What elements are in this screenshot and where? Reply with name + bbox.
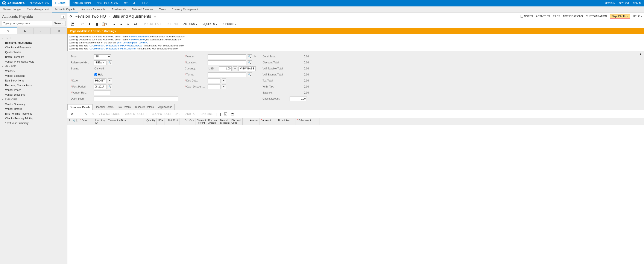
location-input[interactable] — [208, 60, 246, 65]
prev-button[interactable]: ◂ — [118, 21, 124, 27]
warning-link[interactable]: ViewVoucherBatch — [129, 35, 149, 38]
rate-input[interactable] — [219, 66, 232, 71]
clipboard-button[interactable]: 📋▾ — [101, 21, 107, 27]
subnav-item[interactable]: Deferred Revenue — [129, 7, 156, 13]
collapse-form-button[interactable]: ▲ — [639, 52, 642, 55]
activities-button[interactable]: ACTIVITIES — [536, 15, 550, 18]
duedate-picker[interactable]: ▾ — [222, 78, 226, 83]
customization-button[interactable]: CUSTOMIZATION — [586, 15, 607, 18]
tree-group[interactable]: ▾MANAGE — [0, 64, 67, 69]
cashdiscdate-input[interactable] — [208, 84, 220, 89]
tree-group[interactable]: ▾ENTER — [0, 36, 67, 40]
grid-edit-button[interactable]: ✎ — [83, 111, 89, 116]
duedate-input[interactable] — [208, 78, 220, 83]
warning-link[interactable]: ViewWorkBook — [129, 38, 145, 41]
grid-col-header[interactable]: *Branch — [79, 118, 94, 125]
doc-tab[interactable]: Applications — [156, 104, 174, 110]
tree-item[interactable]: Vendor Discounts — [0, 92, 67, 97]
save-button[interactable] — [70, 21, 76, 27]
tree-item[interactable]: Bills Pending Payments — [0, 111, 67, 116]
doc-tab[interactable]: Discount Details — [133, 104, 156, 110]
topnav-configuration[interactable]: CONFIGURATION — [94, 0, 121, 7]
add-button[interactable]: + — [86, 21, 92, 27]
refresh-icon[interactable]: ⟳ — [70, 15, 72, 19]
warning-link[interactable]: PX.Objects.AP.APInvoiceEntry+POReceiptLi… — [89, 44, 142, 47]
grid-fit-button[interactable]: |↔| — [216, 111, 222, 116]
grid-col-header[interactable]: Transaction Descr. — [107, 118, 144, 125]
grid-upload-button[interactable] — [230, 111, 236, 116]
reports-menu[interactable]: REPORTS▾ — [220, 21, 238, 27]
delete-button[interactable] — [94, 21, 100, 27]
tree-item[interactable]: Vendor Details — [0, 107, 67, 111]
cashdiscdate-picker[interactable]: ▾ — [222, 84, 226, 89]
actions-menu[interactable]: ACTIONS▾ — [182, 21, 198, 27]
tree-item[interactable]: 1099 Year Summary — [0, 121, 67, 125]
subnav-item[interactable]: Fixed Assets — [108, 7, 129, 13]
tree-item[interactable]: Bills and Adjustments — [0, 40, 67, 45]
topnav-system[interactable]: SYSTEM — [121, 0, 138, 7]
inquiries-menu[interactable]: INQUIRIES▾ — [200, 21, 219, 27]
grid-refresh-button[interactable]: ⟳ — [69, 111, 75, 116]
tree-group[interactable]: ▾EXPLORE — [0, 97, 67, 102]
type-select[interactable]: Bill — [94, 54, 111, 59]
breadcrumb-company[interactable]: Revision Two HQ — [74, 14, 106, 19]
grid-col-header[interactable]: *Subaccount — [296, 118, 320, 125]
topnav-distribution[interactable]: DISTRIBUTION — [70, 0, 94, 7]
refnbr-input[interactable] — [94, 60, 106, 65]
grid-col-header[interactable]: Inventory ID — [94, 118, 107, 125]
terms-input[interactable] — [208, 72, 246, 77]
postperiod-lookup[interactable]: 🔍 — [108, 84, 112, 89]
grid-col-header[interactable]: Unit Cost — [164, 118, 180, 125]
topnav-finance[interactable]: FINANCE — [52, 0, 70, 7]
notes-button[interactable]: NOTES — [520, 15, 533, 18]
tree-item[interactable]: Vendor Prices — [0, 88, 67, 92]
warning-link[interactable]: PX.Objects.AP.APInvoiceEntry+LinkLineFil… — [89, 47, 136, 50]
subnav-item[interactable]: General Ledger — [0, 7, 24, 13]
subnav-item[interactable]: Accounts Receivable — [78, 7, 108, 13]
grid-col-header[interactable]: Quantity — [144, 118, 157, 125]
left-tab-settings[interactable]: ⚙ — [51, 28, 68, 34]
terms-lookup[interactable]: 🔍 — [248, 72, 252, 77]
header-user[interactable]: ADMIN — [632, 2, 641, 5]
favorite-star-icon[interactable]: ★ — [153, 14, 157, 19]
next-button[interactable]: ▸ — [125, 21, 132, 27]
postperiod-input[interactable] — [94, 84, 106, 89]
grid-col-header[interactable]: Ext. Cost — [180, 118, 196, 125]
doc-tab[interactable]: Financial Details — [92, 104, 116, 110]
left-tab-edit[interactable]: ✎ — [0, 28, 17, 34]
grid-col-header[interactable]: Amount — [242, 118, 260, 125]
grid-body[interactable] — [68, 125, 644, 264]
files-button[interactable]: FILES — [553, 15, 560, 18]
hold-checkbox[interactable]: Hold — [94, 73, 104, 76]
grid-col-header[interactable]: Manual Discount — [219, 118, 230, 125]
tree-item[interactable]: Checks and Payments — [0, 45, 67, 50]
grid-export-button[interactable]: x — [222, 111, 228, 116]
topnav-help[interactable]: HELP — [138, 0, 150, 7]
cashdisc-input[interactable] — [290, 96, 307, 101]
grid-add-button[interactable]: + — [76, 111, 82, 116]
search-input[interactable] — [2, 21, 52, 26]
view-base-button[interactable]: VIEW BASE — [238, 66, 256, 71]
doc-tab[interactable]: Tax Details — [116, 104, 133, 110]
grid-col-header[interactable]: Discount Amount — [207, 118, 219, 125]
chevron-down-icon[interactable]: ▾ — [108, 15, 110, 18]
search-button[interactable]: Search — [52, 21, 66, 26]
help-button[interactable]: HELP ▾ — [633, 15, 642, 18]
collapse-left-button[interactable]: ◂ — [61, 15, 65, 19]
tree-item[interactable]: Recurring Transactions — [0, 83, 67, 88]
tree-item[interactable]: Vendor Locations — [0, 74, 67, 78]
tree-item[interactable]: Checks Pending Printing — [0, 116, 67, 121]
left-tab-chart[interactable] — [34, 28, 51, 34]
first-button[interactable]: I◂ — [111, 21, 117, 27]
subnav-item[interactable]: Taxes — [156, 7, 169, 13]
tree-item[interactable]: Non-Stock Items — [0, 78, 67, 83]
grid-col-header[interactable]: Discount Code — [230, 118, 242, 125]
date-picker[interactable]: ▾ — [108, 78, 112, 83]
description-input[interactable] — [94, 96, 178, 101]
grid-col-header[interactable]: Description — [277, 118, 296, 125]
tree-item[interactable]: Vendor Summary — [0, 102, 67, 107]
notifications-button[interactable]: NOTIFICATIONS — [563, 15, 583, 18]
vendor-input[interactable] — [208, 54, 246, 59]
grid-col-header[interactable]: UOM — [157, 118, 164, 125]
grid-col-header[interactable]: *Account — [260, 118, 277, 125]
